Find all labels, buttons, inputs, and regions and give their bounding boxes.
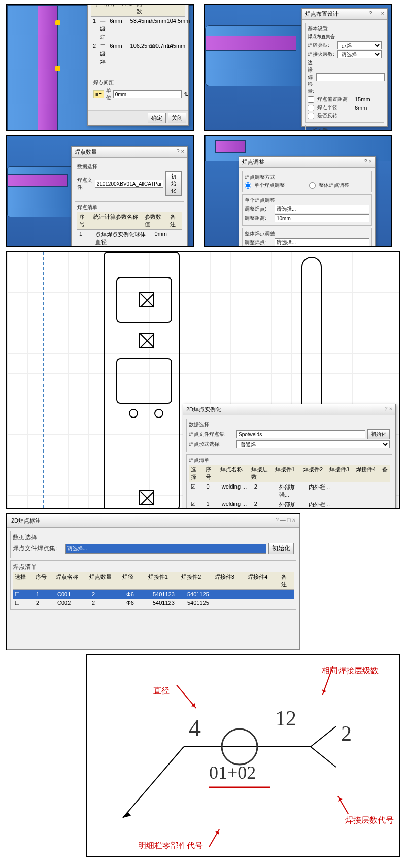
svg-line-4 [311, 747, 336, 767]
center-line [43, 252, 44, 508]
adj-weld-input[interactable] [275, 238, 369, 247]
weld-type-select[interactable]: 点焊 [337, 41, 382, 49]
char-2: 2 [341, 721, 352, 746]
label-diameter: 直径 [153, 686, 170, 697]
dialog-title: 2D焊点标注 [11, 517, 41, 525]
layer-select[interactable]: 请选择 [337, 50, 382, 58]
label-layer-code: 焊接层数代号 [345, 815, 394, 826]
opt-all[interactable] [309, 182, 316, 189]
window-controls[interactable]: ? — □ × [276, 517, 295, 525]
svg-line-3 [311, 726, 336, 747]
dialog-title: 焊点布置设计 [305, 10, 339, 18]
table-row[interactable]: ☐1C0012Φ654011235401125 [13, 590, 294, 599]
panel-1: 焊点参数编辑? — □ × 序号焊点名称焊点直径焊点数XYZ 1一级焊6mm53… [6, 4, 194, 131]
adj-point-input[interactable] [275, 205, 369, 213]
weldset-input[interactable] [65, 544, 266, 554]
table-header: 选择序号焊点名称焊接层数焊接件1焊接件2焊接件3焊接件4备 [189, 465, 390, 482]
offset-input[interactable] [113, 90, 182, 98]
table-row[interactable]: 1点焊焊点实例化球体直径0mm [77, 230, 182, 247]
hole [154, 409, 163, 418]
chk-mirror[interactable] [308, 113, 314, 119]
dialog-2d-annotation: 2D焊点标注? — □ × 数据选择 焊点文件焊点集:初始化 焊点清单 选择序号… [7, 514, 300, 650]
panel-4: 焊点调整? × 焊点调整方式 单个焊点调整整体焊点调整 单个焊点调整 调整焊点:… [204, 135, 392, 247]
dialog-title: 2D焊点实例化 [186, 406, 221, 413]
arrow [176, 684, 196, 708]
hole [129, 409, 138, 418]
edge-offset-input[interactable] [316, 73, 385, 81]
ok-button[interactable]: 确定 [148, 113, 166, 123]
window-controls[interactable]: ? × [364, 158, 372, 166]
init-button[interactable]: 初始化 [367, 429, 390, 439]
table-header: 选择序号焊点名称焊点数量焊径焊接件1焊接件2焊接件3焊接件4备注 [13, 572, 294, 590]
dialog-weld-count: 焊点数量? × 数据选择 焊点文件:初始化 焊点清单 序号统计计算参数名称参数数… [71, 146, 188, 247]
panel-3: 焊点数量? × 数据选择 焊点文件:初始化 焊点清单 序号统计计算参数名称参数数… [6, 135, 194, 247]
weld-symbol [139, 333, 154, 348]
arrow [209, 829, 220, 847]
table-row[interactable]: 2二级焊6mm106.25mm900.7mm145mm [91, 42, 185, 66]
char-12: 12 [275, 706, 296, 731]
dialog-title: 焊点调整 [242, 158, 264, 166]
window-controls[interactable]: ? — × [369, 10, 384, 18]
opt-single[interactable] [245, 182, 251, 189]
table-row[interactable]: 1一级焊6mm53.45mm7.5mm104.5mm [91, 17, 185, 42]
chk-offset[interactable] [308, 96, 314, 103]
panel-6-dialog: 2D焊点标注? — □ × 数据选择 焊点文件焊点集:初始化 焊点清单 选择序号… [6, 513, 300, 650]
weld-symbol [139, 292, 154, 307]
dialog-weld-layout: 焊点布置设计? — × 基本设置 焊点布置集合 焊缝类型:点焊 焊接火层数:请选… [301, 8, 388, 127]
dialog-title: 焊点数量 [75, 148, 97, 156]
weldset-input[interactable] [236, 430, 365, 438]
init-button[interactable]: 初始化 [268, 543, 294, 554]
char-0102: 01+02 [209, 762, 256, 783]
weld-symbol [139, 490, 154, 505]
init-button[interactable]: 初始化 [165, 171, 182, 196]
weld-point-marker [55, 66, 60, 71]
svg-line-0 [123, 747, 184, 818]
table-header: 序号焊点名称焊点直径焊点数XYZ [91, 4, 185, 17]
table-row[interactable]: ☐2C0022Φ654011235401125 [13, 599, 294, 607]
label-part-code: 明细栏零部件代号 [138, 841, 203, 851]
chk-radius[interactable] [308, 105, 314, 111]
adj-dist-input[interactable] [275, 214, 369, 222]
panel-5-drawing: A-A 2D焊点实例化? × 数据选择 焊点文件焊点集:初始化 焊点形式选择:普… [6, 251, 400, 509]
weld-point-marker [55, 20, 60, 25]
form-select[interactable]: 普通焊 [236, 440, 390, 448]
dialog-weld-params: 焊点参数编辑? — □ × 序号焊点名称焊点直径焊点数XYZ 1一级焊6mm53… [87, 4, 189, 126]
panel-2: 焊点布置设计? — × 基本设置 焊点布置集合 焊缝类型:点焊 焊接火层数:请选… [204, 4, 392, 131]
window-controls[interactable]: ? × [384, 406, 392, 413]
dialog-2d-instance: 2D焊点实例化? × 数据选择 焊点文件焊点集:初始化 焊点形式选择:普通焊 焊… [183, 404, 396, 509]
file-input[interactable] [95, 180, 163, 188]
close-button[interactable]: 关闭 [168, 113, 186, 123]
table-row[interactable]: ☑1welding ...2外部加强...内外栏... [189, 500, 390, 509]
table-row[interactable]: ☑0welding ...2外部加强...内外栏... [189, 482, 390, 500]
char-4: 4 [189, 714, 201, 742]
dialog-weld-adjust: 焊点调整? × 焊点调整方式 单个焊点调整整体焊点调整 单个焊点调整 调整焊点:… [239, 156, 376, 247]
window-controls[interactable]: ? × [176, 148, 184, 156]
panel-7-diagram: 直径 相同焊接层级数 4 12 2 01+02 明细栏零部件代号 焊接层数代号 [86, 654, 400, 857]
